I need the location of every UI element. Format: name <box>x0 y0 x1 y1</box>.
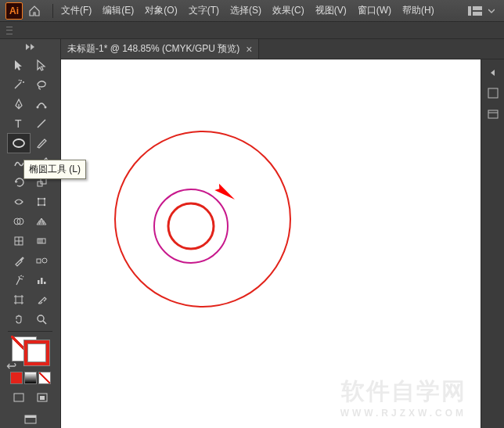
eyedropper-tool[interactable] <box>8 251 30 270</box>
app-logo: Ai <box>5 2 23 20</box>
gradient-tool[interactable] <box>31 232 52 250</box>
artboard-tool[interactable] <box>8 290 30 309</box>
menu-effect[interactable]: 效果(C) <box>268 1 309 20</box>
svg-point-14 <box>43 204 45 206</box>
screen-mode-row <box>20 411 41 428</box>
svg-rect-34 <box>40 396 45 400</box>
swap-fill-stroke-icon[interactable]: ↩ <box>7 361 16 370</box>
svg-text:T: T <box>15 117 22 130</box>
svg-rect-28 <box>44 282 46 284</box>
menu-type[interactable]: 文字(T) <box>184 1 224 20</box>
svg-point-11 <box>37 198 38 200</box>
menu-select[interactable]: 选择(S) <box>225 1 266 20</box>
line-segment-tool[interactable] <box>31 114 52 133</box>
svg-point-30 <box>38 315 44 322</box>
menu-view[interactable]: 视图(V) <box>311 1 351 20</box>
tool-grid: T <box>8 56 53 333</box>
ellipse-tool[interactable] <box>8 134 30 153</box>
menu-row: 文件(F) 编辑(E) 对象(O) 文字(T) 选择(S) 效果(C) 视图(V… <box>56 1 439 20</box>
artwork-svg <box>61 59 481 427</box>
svg-point-3 <box>36 106 38 108</box>
properties-panel-icon[interactable] <box>484 85 502 102</box>
color-mode-gradient[interactable] <box>24 372 37 384</box>
grip-icon[interactable] <box>6 27 13 34</box>
lasso-tool[interactable] <box>31 75 52 94</box>
svg-point-7 <box>13 139 24 147</box>
free-transform-tool[interactable] <box>31 192 52 211</box>
svg-point-25 <box>42 258 47 263</box>
document-tab[interactable]: 未标题-1* @ 148.85% (CMYK/GPU 预览) × <box>61 39 259 59</box>
svg-point-4 <box>44 106 46 108</box>
paintbrush-tool[interactable] <box>31 134 52 153</box>
draw-behind-icon[interactable] <box>31 389 53 406</box>
menu-window[interactable]: 窗口(W) <box>353 1 396 20</box>
tool-tooltip: 椭圆工具 (L) <box>23 160 86 179</box>
svg-point-13 <box>37 204 38 206</box>
menu-help[interactable]: 帮助(H) <box>398 1 439 20</box>
watermark: 软件自学网 WWW.RJZXW.COM <box>340 376 466 419</box>
selection-tool[interactable] <box>8 56 30 74</box>
toolbox-panel: T ↩ <box>0 39 61 428</box>
svg-rect-26 <box>38 280 40 284</box>
type-tool[interactable]: T <box>8 114 30 133</box>
svg-point-37 <box>115 131 290 307</box>
document-tab-strip: 未标题-1* @ 148.85% (CMYK/GPU 预览) × <box>0 39 504 59</box>
svg-line-6 <box>38 120 45 128</box>
document-tab-title: 未标题-1* @ 148.85% (CMYK/GPU 预览) <box>67 42 239 56</box>
svg-rect-41 <box>488 110 498 118</box>
libraries-panel-icon[interactable] <box>484 105 502 122</box>
color-mode-row <box>10 372 51 384</box>
svg-rect-40 <box>488 88 498 98</box>
svg-point-12 <box>43 198 45 200</box>
symbol-sprayer-tool[interactable] <box>8 271 30 290</box>
chevron-down-icon[interactable] <box>488 8 495 14</box>
svg-rect-24 <box>37 259 41 263</box>
svg-rect-29 <box>16 297 22 303</box>
top-menu-bar: Ai 文件(F) 编辑(E) 对象(O) 文字(T) 选择(S) 效果(C) 视… <box>0 0 504 22</box>
mesh-tool[interactable] <box>8 232 30 250</box>
svg-point-38 <box>154 189 228 263</box>
toolbox-collapse-icon[interactable] <box>0 41 60 54</box>
draw-normal-icon[interactable] <box>8 389 30 406</box>
blend-tool[interactable] <box>31 251 52 270</box>
screen-mode-icon[interactable] <box>20 411 41 428</box>
svg-rect-32 <box>14 394 23 401</box>
draw-mode-row <box>8 389 53 406</box>
svg-rect-0 <box>468 6 471 16</box>
color-mode-none[interactable] <box>38 372 51 384</box>
svg-point-39 <box>168 203 214 249</box>
svg-line-31 <box>43 321 46 324</box>
hand-tool[interactable] <box>8 310 30 329</box>
curvature-tool[interactable] <box>31 95 52 113</box>
column-graph-tool[interactable] <box>31 271 52 290</box>
perspective-grid-tool[interactable] <box>31 212 52 231</box>
svg-rect-2 <box>473 12 482 16</box>
home-icon[interactable] <box>27 4 41 18</box>
menu-edit[interactable]: 编辑(E) <box>98 1 139 20</box>
work-area: 软件自学网 WWW.RJZXW.COM <box>61 59 504 428</box>
width-tool[interactable] <box>8 192 30 211</box>
right-rail <box>481 59 504 428</box>
pen-tool[interactable] <box>8 95 30 113</box>
canvas[interactable]: 软件自学网 WWW.RJZXW.COM <box>61 59 481 428</box>
direct-selection-tool[interactable] <box>31 56 52 74</box>
menu-object[interactable]: 对象(O) <box>140 1 182 20</box>
magic-wand-tool[interactable] <box>8 75 30 94</box>
top-right-controls <box>468 6 504 16</box>
slice-tool[interactable] <box>31 290 52 309</box>
svg-rect-1 <box>473 6 482 10</box>
svg-rect-10 <box>38 199 45 205</box>
color-mode-solid[interactable] <box>10 372 23 384</box>
svg-rect-36 <box>25 415 36 418</box>
zoom-tool[interactable] <box>31 310 52 329</box>
fill-stroke-swatches[interactable]: ↩ <box>12 336 49 365</box>
svg-rect-27 <box>41 278 43 284</box>
close-tab-icon[interactable]: × <box>246 44 252 55</box>
shape-builder-tool[interactable] <box>8 212 30 231</box>
workspace-switcher-icon[interactable] <box>468 6 482 16</box>
stroke-swatch[interactable] <box>24 340 49 365</box>
panel-toggle-icon[interactable] <box>484 64 502 81</box>
menu-file[interactable]: 文件(F) <box>56 1 96 20</box>
toolbox-divider <box>8 331 52 332</box>
menu-divider <box>52 4 53 18</box>
